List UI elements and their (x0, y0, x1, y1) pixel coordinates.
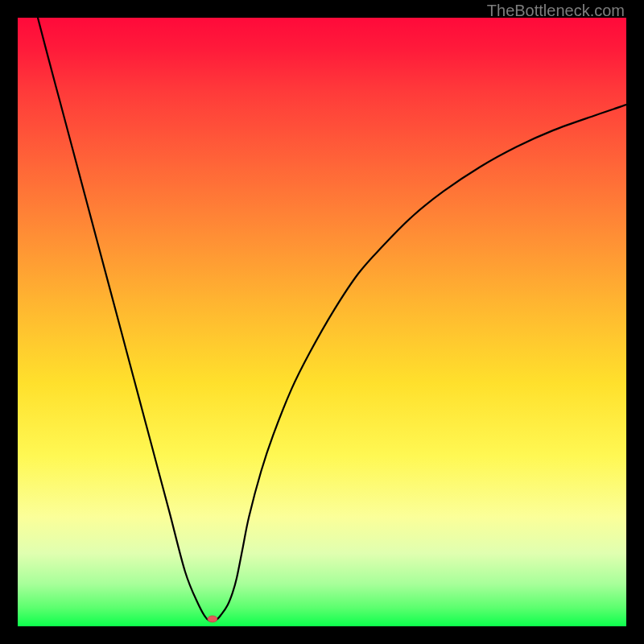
data-curve (38, 18, 626, 621)
chart-svg (18, 18, 626, 626)
chart-frame (18, 18, 626, 626)
minimum-marker (208, 616, 217, 622)
